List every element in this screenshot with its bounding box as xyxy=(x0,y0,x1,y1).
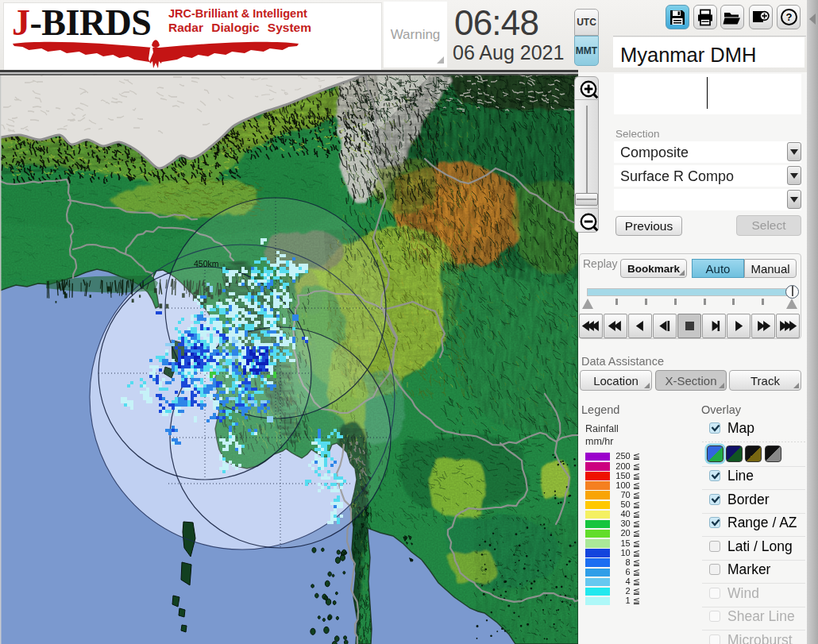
svg-text:?: ? xyxy=(785,11,792,23)
svg-text:450km: 450km xyxy=(194,259,219,268)
